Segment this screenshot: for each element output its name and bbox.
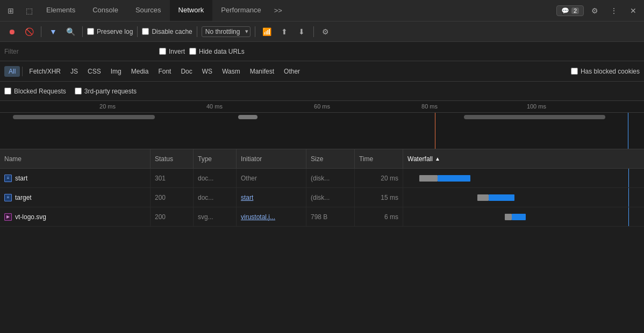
devtools-icon[interactable]: ⊞: [2, 2, 19, 19]
toolbar-sep-1: [41, 26, 41, 37]
wf-vline-vtlogo: [628, 207, 629, 226]
td-initiator-start: Other: [237, 169, 306, 187]
td-type-start: doc...: [194, 169, 237, 187]
type-bar: All Fetch/XHR JS CSS Img Media Font Doc …: [0, 61, 644, 82]
td-name-target: ≡ target: [0, 188, 151, 207]
ruler-tick-100ms: 100 ms: [527, 103, 546, 110]
blocked-requests-checkbox[interactable]: [4, 88, 11, 95]
toolbar-sep-4: [197, 26, 197, 37]
td-initiator-vtlogo[interactable]: virustotal.j...: [237, 207, 306, 226]
th-initiator[interactable]: Initiator: [237, 149, 306, 168]
type-btn-css[interactable]: CSS: [83, 66, 105, 77]
has-blocked-cookies-label[interactable]: Has blocked cookies: [571, 68, 640, 75]
dock-icon[interactable]: ⬚: [20, 2, 38, 19]
table-body: ≡ start 301 doc... Other (disk... 20 ms …: [0, 169, 644, 227]
hide-data-urls-label[interactable]: Hide data URLs: [189, 48, 245, 55]
tab-bar: ⊞ ⬚ Elements Console Sources Network Per…: [0, 0, 644, 21]
td-status-start: 301: [151, 169, 194, 187]
timeline-blue-line: [628, 113, 628, 149]
td-initiator-target[interactable]: start: [237, 188, 306, 207]
th-status[interactable]: Status: [151, 149, 194, 168]
hide-data-urls-checkbox[interactable]: [189, 48, 196, 55]
import-har-button[interactable]: ⬆: [277, 24, 292, 39]
type-btn-manifest[interactable]: Manifest: [246, 66, 278, 77]
svg-icon: ▶: [4, 213, 12, 221]
record-button[interactable]: ⏺: [4, 24, 19, 39]
tab-elements[interactable]: Elements: [38, 0, 84, 21]
export-har-button[interactable]: ⬇: [294, 24, 309, 39]
wf-vline-target: [628, 188, 629, 207]
search-button[interactable]: 🔍: [63, 24, 78, 39]
invert-checkbox[interactable]: [159, 48, 166, 55]
th-type[interactable]: Type: [194, 149, 237, 168]
close-icon[interactable]: ✕: [625, 2, 642, 19]
td-time-vtlogo: 6 ms: [355, 207, 403, 226]
type-btn-media[interactable]: Media: [127, 66, 153, 77]
tab-performance[interactable]: Performance: [212, 0, 269, 21]
disable-cache-label[interactable]: Disable cache: [142, 28, 192, 35]
disable-cache-checkbox[interactable]: [142, 28, 149, 35]
clear-button[interactable]: 🚫: [22, 24, 37, 39]
td-waterfall-start: [403, 169, 644, 187]
network-settings-button[interactable]: ⚙: [318, 24, 333, 39]
tab-bar-left: ⊞ ⬚: [2, 2, 38, 19]
td-waterfall-target: [403, 188, 644, 207]
throttle-select[interactable]: No throttling Fast 3G Slow 3G Offline: [202, 26, 251, 37]
has-blocked-cookies-checkbox[interactable]: [571, 68, 578, 75]
td-time-start: 20 ms: [355, 169, 403, 187]
table-row[interactable]: ▶ vt-logo.svg 200 svg... virustotal.j...…: [0, 207, 644, 227]
blocked-requests-label[interactable]: Blocked Requests: [4, 88, 66, 95]
th-time[interactable]: Time: [355, 149, 403, 168]
console-badge-button[interactable]: 💬 2: [556, 5, 584, 16]
type-btn-doc[interactable]: Doc: [176, 66, 196, 77]
timeline-orange-line: [435, 113, 435, 149]
td-size-target: (disk...: [306, 188, 355, 207]
type-btn-wasm[interactable]: Wasm: [218, 66, 245, 77]
doc-icon: ≡: [4, 194, 12, 201]
toolbar-sep-3: [137, 26, 138, 37]
tab-sources[interactable]: Sources: [127, 0, 170, 21]
timeline-handle-right[interactable]: [464, 115, 606, 119]
type-btn-all[interactable]: All: [4, 66, 20, 77]
ruler-tick-20ms: 20 ms: [99, 103, 116, 110]
preserve-log-checkbox[interactable]: [87, 28, 94, 35]
type-btn-img[interactable]: Img: [106, 66, 126, 77]
third-party-requests-label[interactable]: 3rd-party requests: [75, 88, 137, 95]
type-btn-ws[interactable]: WS: [198, 66, 217, 77]
preserve-log-label[interactable]: Preserve log: [87, 28, 133, 35]
wf-vline-start: [628, 169, 629, 187]
th-name[interactable]: Name: [0, 149, 151, 168]
console-badge-icon: 💬: [561, 7, 569, 15]
filter-button[interactable]: ▼: [46, 24, 61, 39]
tab-bar-right: 💬 2 ⚙ ⋮ ✕: [556, 2, 642, 19]
td-status-vtlogo: 200: [151, 207, 194, 226]
tab-more[interactable]: >>: [270, 0, 287, 21]
invert-label[interactable]: Invert: [159, 48, 185, 55]
doc-icon: ≡: [4, 175, 12, 182]
filter-row-2: Blocked Requests 3rd-party requests: [0, 82, 644, 101]
td-name-vtlogo: ▶ vt-logo.svg: [0, 207, 151, 226]
timeline-ruler: 20 ms 40 ms 60 ms 80 ms 100 ms: [0, 101, 644, 113]
filter-input[interactable]: [4, 48, 155, 55]
filter-bar: Invert Hide data URLs: [0, 42, 644, 61]
wifi-icon[interactable]: 📶: [260, 24, 275, 39]
timeline-handle-mid[interactable]: [238, 115, 257, 119]
type-btn-other[interactable]: Other: [280, 66, 304, 77]
table-row[interactable]: ≡ start 301 doc... Other (disk... 20 ms: [0, 169, 644, 188]
type-btn-js[interactable]: JS: [66, 66, 82, 77]
type-btn-font[interactable]: Font: [154, 66, 175, 77]
timeline-handle-left[interactable]: [13, 115, 155, 119]
table-row[interactable]: ≡ target 200 doc... start (disk... 15 ms: [0, 188, 644, 207]
tab-console[interactable]: Console: [84, 0, 127, 21]
th-waterfall[interactable]: Waterfall ▲: [403, 149, 644, 168]
console-badge-count: 2: [571, 8, 579, 14]
more-menu-icon[interactable]: ⋮: [605, 2, 622, 19]
third-party-requests-checkbox[interactable]: [75, 88, 82, 95]
ruler-tick-40ms: 40 ms: [206, 103, 223, 110]
tab-network[interactable]: Network: [170, 0, 213, 21]
th-size[interactable]: Size: [306, 149, 355, 168]
settings-icon[interactable]: ⚙: [586, 2, 603, 19]
toolbar-sep-5: [255, 26, 255, 37]
td-time-target: 15 ms: [355, 188, 403, 207]
type-btn-fetch-xhr[interactable]: Fetch/XHR: [25, 66, 65, 77]
